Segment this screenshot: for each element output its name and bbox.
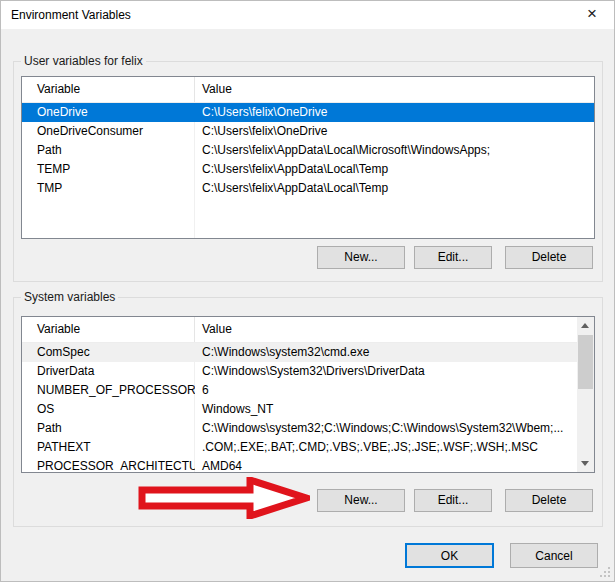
cancel-button[interactable]: Cancel bbox=[510, 543, 598, 568]
system-variables-group-label: System variables bbox=[21, 290, 118, 305]
variable-value: Windows_NT bbox=[195, 400, 594, 419]
table-row[interactable]: Path C:\Users\felix\AppData\Local\Micros… bbox=[22, 141, 594, 160]
variable-name: DriverData bbox=[22, 362, 195, 381]
table-row[interactable]: DriverData C:\Windows\System32\Drivers\D… bbox=[22, 362, 594, 381]
vertical-scrollbar[interactable] bbox=[577, 317, 594, 472]
variable-name: PROCESSOR_ARCHITECTURE bbox=[22, 457, 195, 473]
variable-name: ComSpec bbox=[22, 343, 195, 362]
scrollbar-thumb[interactable] bbox=[578, 335, 593, 389]
table-row[interactable]: PROCESSOR_ARCHITECTURE AMD64 bbox=[22, 457, 594, 473]
user-list-body: OneDrive C:\Users\felix\OneDrive OneDriv… bbox=[22, 103, 594, 198]
scroll-down-icon[interactable] bbox=[577, 455, 594, 472]
variable-value: C:\Windows\System32\Drivers\DriverData bbox=[195, 362, 594, 381]
variable-value: C:\Windows\system32\cmd.exe bbox=[195, 343, 594, 362]
user-delete-button[interactable]: Delete bbox=[505, 246, 593, 269]
variable-name: TEMP bbox=[22, 160, 195, 179]
variable-value: 6 bbox=[195, 381, 594, 400]
variable-value: .COM;.EXE;.BAT;.CMD;.VBS;.VBE;.JS;.JSE;.… bbox=[195, 438, 594, 457]
table-row[interactable]: TEMP C:\Users\felix\AppData\Local\Temp bbox=[22, 160, 594, 179]
resize-grip-icon[interactable] bbox=[598, 565, 611, 578]
user-variables-group-label: User variables for felix bbox=[21, 54, 146, 69]
variable-name: TMP bbox=[22, 179, 195, 198]
table-row[interactable]: OneDrive C:\Users\felix\OneDrive bbox=[22, 103, 594, 122]
user-edit-button[interactable]: Edit... bbox=[414, 246, 492, 269]
close-icon[interactable]: × bbox=[581, 1, 603, 29]
table-row[interactable]: PATHEXT .COM;.EXE;.BAT;.CMD;.VBS;.VBE;.J… bbox=[22, 438, 594, 457]
column-header-value[interactable]: Value bbox=[195, 77, 594, 102]
system-delete-button[interactable]: Delete bbox=[505, 489, 593, 512]
variable-name: NUMBER_OF_PROCESSORS bbox=[22, 381, 195, 400]
column-header-variable[interactable]: Variable bbox=[22, 77, 195, 102]
user-new-button[interactable]: New... bbox=[317, 246, 405, 269]
table-row[interactable]: Path C:\Windows\system32;C:\Windows;C:\W… bbox=[22, 419, 594, 438]
system-variables-list: Variable Value ComSpec C:\Windows\system… bbox=[21, 316, 595, 473]
scroll-up-icon[interactable] bbox=[577, 317, 594, 334]
table-row[interactable]: ComSpec C:\Windows\system32\cmd.exe bbox=[22, 343, 594, 362]
table-row[interactable]: OS Windows_NT bbox=[22, 400, 594, 419]
variable-value: C:\Users\felix\OneDrive bbox=[195, 122, 594, 141]
ok-button[interactable]: OK bbox=[405, 543, 494, 568]
variable-value: C:\Users\felix\OneDrive bbox=[195, 103, 594, 122]
column-header-value[interactable]: Value bbox=[195, 317, 594, 342]
environment-variables-dialog: Environment Variables × User variables f… bbox=[0, 0, 615, 582]
system-list-header: Variable Value bbox=[22, 317, 594, 343]
table-row[interactable]: OneDriveConsumer C:\Users\felix\OneDrive bbox=[22, 122, 594, 141]
system-edit-button[interactable]: Edit... bbox=[414, 489, 492, 512]
variable-name: Path bbox=[22, 141, 195, 160]
window-title: Environment Variables bbox=[11, 1, 131, 29]
variable-name: PATHEXT bbox=[22, 438, 195, 457]
variable-name: OS bbox=[22, 400, 195, 419]
variable-value: C:\Users\felix\AppData\Local\Temp bbox=[195, 160, 594, 179]
system-list-body: ComSpec C:\Windows\system32\cmd.exe Driv… bbox=[22, 343, 594, 473]
title-bar: Environment Variables × bbox=[1, 1, 614, 29]
variable-name: OneDrive bbox=[22, 103, 195, 122]
variable-name: OneDriveConsumer bbox=[22, 122, 195, 141]
table-row[interactable]: TMP C:\Users\felix\AppData\Local\Temp bbox=[22, 179, 594, 198]
variable-value: C:\Users\felix\AppData\Local\Microsoft\W… bbox=[195, 141, 594, 160]
column-header-variable[interactable]: Variable bbox=[22, 317, 195, 342]
variable-value: C:\Users\felix\AppData\Local\Temp bbox=[195, 179, 594, 198]
user-list-header: Variable Value bbox=[22, 77, 594, 103]
system-variables-group: System variables Variable Value ComSpec … bbox=[13, 297, 603, 527]
variable-value: AMD64 bbox=[195, 457, 594, 473]
table-row[interactable]: NUMBER_OF_PROCESSORS 6 bbox=[22, 381, 594, 400]
variable-value: C:\Windows\system32;C:\Windows;C:\Window… bbox=[195, 419, 594, 438]
variable-name: Path bbox=[22, 419, 195, 438]
system-new-button[interactable]: New... bbox=[317, 489, 405, 512]
user-variables-group: User variables for felix Variable Value … bbox=[13, 61, 603, 282]
user-variables-list: Variable Value OneDrive C:\Users\felix\O… bbox=[21, 76, 595, 239]
